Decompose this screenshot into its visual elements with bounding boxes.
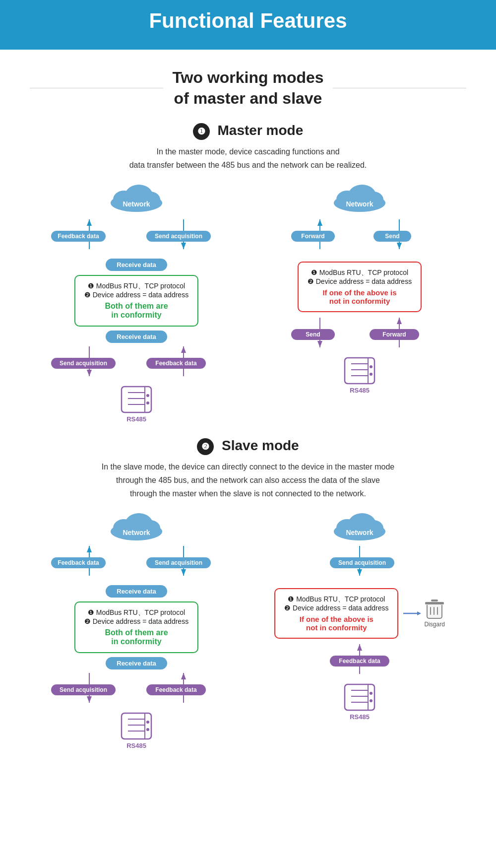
svg-point-104 xyxy=(370,692,372,695)
svg-marker-96 xyxy=(357,644,362,651)
slave-d2-rs485: RS485 xyxy=(342,683,377,721)
slave-d1-bottom-svg: Send acquisition Feedback data xyxy=(42,670,231,710)
svg-text:Forward: Forward xyxy=(382,331,406,338)
svg-point-105 xyxy=(370,699,372,702)
svg-text:Feedback data: Feedback data xyxy=(339,658,380,665)
discard-label: Disgard xyxy=(424,621,444,628)
slave-mode-title: ❷ Slave mode xyxy=(0,438,496,455)
svg-marker-36 xyxy=(397,243,402,249)
slave-d1-receive-top: Receive data xyxy=(106,585,167,598)
svg-point-82 xyxy=(146,721,149,724)
slave-diagrams-row: Network Feedback data Send acquisition R… xyxy=(0,509,496,749)
svg-marker-16 xyxy=(181,346,186,353)
slave-diagram-2: Network Send acquisition ❶ ModBus RTU、TC… xyxy=(253,509,466,749)
master-d1-top-svg: Feedback data Send acquisition xyxy=(42,217,231,257)
master-d1-rs485: RS485 xyxy=(119,386,154,423)
svg-text:Network: Network xyxy=(123,200,150,208)
svg-text:Feedback data: Feedback data xyxy=(155,360,197,367)
discard-group: Disgard xyxy=(402,600,444,628)
master-diagram-1: Network Feedback data Send acq xyxy=(30,181,243,423)
svg-point-83 xyxy=(146,728,149,731)
svg-marker-42 xyxy=(317,341,322,347)
svg-marker-64 xyxy=(181,569,186,576)
master-mode-section: ❶ Master mode In the master mode, device… xyxy=(0,123,496,423)
svg-text:Network: Network xyxy=(346,200,373,208)
master-diagram-2: Network Forward Send ❶ ModBus RTU、T xyxy=(253,181,466,423)
svg-marker-72 xyxy=(181,673,186,679)
svg-point-55 xyxy=(370,373,372,376)
svg-text:Network: Network xyxy=(346,529,373,536)
master-d1-bottom-svg: Send acquisition Feedback data xyxy=(42,344,231,384)
slave-d1-top-svg: Feedback data Send acquisition xyxy=(42,543,231,583)
svg-rect-21 xyxy=(122,387,151,412)
svg-text:Network: Network xyxy=(123,529,150,536)
main-section-title: Two working modes of master and slave xyxy=(0,67,496,109)
slave-d2-rs485-label: RS485 xyxy=(350,713,370,721)
svg-text:Forward: Forward xyxy=(301,233,324,240)
slave-d2-bottom-svg: Feedback data xyxy=(280,642,439,681)
slave-d1-cond-box: ❶ ModBus RTU、TCP protocol ❷ Device addre… xyxy=(74,601,198,653)
master-d2-cond-box: ❶ ModBus RTU、TCP protocol ❷ Device addre… xyxy=(298,262,422,312)
discard-icon: Disgard xyxy=(424,600,444,628)
svg-text:Send: Send xyxy=(306,331,320,338)
slave-mode-desc: In the slave mode, the device can direct… xyxy=(55,460,441,501)
svg-text:Feedback data: Feedback data xyxy=(155,686,197,693)
master-mode-title: ❶ Master mode xyxy=(0,123,496,140)
master-d2-top-svg: Forward Send xyxy=(280,217,439,257)
slave-d1-cloud: Network xyxy=(107,509,166,543)
header-triangle-decoration xyxy=(228,39,268,50)
slave-d2-cloud: Network xyxy=(330,509,389,543)
svg-text:Send acquisition: Send acquisition xyxy=(338,559,386,566)
svg-rect-49 xyxy=(345,358,374,384)
slave-diagram-1: Network Feedback data Send acquisition R… xyxy=(30,509,243,749)
svg-text:Send: Send xyxy=(385,233,399,240)
svg-marker-6 xyxy=(87,219,92,226)
header-banner: Functional Features xyxy=(0,0,496,50)
svg-marker-90 xyxy=(357,569,362,576)
master-diagrams-row: Network Feedback data Send acq xyxy=(0,181,496,423)
svg-rect-99 xyxy=(345,684,374,710)
master-d1-receive-top: Receive data xyxy=(106,259,167,271)
svg-marker-94 xyxy=(417,611,421,615)
svg-point-27 xyxy=(146,401,149,404)
svg-text:Send acquisition: Send acquisition xyxy=(155,559,202,566)
slave-d1-rs485-label: RS485 xyxy=(126,742,146,749)
header-title: Functional Features xyxy=(0,9,496,39)
svg-point-26 xyxy=(146,394,149,397)
svg-text:Send acquisition: Send acquisition xyxy=(60,686,107,693)
slave-d1-receive-bottom: Receive data xyxy=(106,657,167,669)
svg-marker-14 xyxy=(87,370,92,376)
slave-d1-rs485: RS485 xyxy=(119,712,154,749)
slave-mode-section: ❷ Slave mode In the slave mode, the devi… xyxy=(0,438,496,749)
master-d2-rs485: RS485 xyxy=(342,357,377,394)
svg-marker-70 xyxy=(87,696,92,703)
svg-marker-62 xyxy=(87,546,92,552)
svg-rect-77 xyxy=(122,713,151,739)
master-d2-rs485-label: RS485 xyxy=(350,387,370,394)
svg-point-54 xyxy=(370,365,372,368)
svg-marker-8 xyxy=(181,243,186,249)
svg-text:Send acquisition: Send acquisition xyxy=(155,233,202,240)
svg-text:Feedback data: Feedback data xyxy=(58,559,99,566)
master-d1-cloud: Network xyxy=(107,181,166,215)
master-d2-bottom-svg: Send Forward xyxy=(280,315,439,355)
slave-d2-cond-box: ❶ ModBus RTU、TCP protocol ❷ Device addre… xyxy=(274,588,398,639)
master-d1-receive-bottom: Receive data xyxy=(106,331,167,343)
master-d1-cond-box: ❶ ModBus RTU、TCP protocol ❷ Device addre… xyxy=(74,275,198,327)
master-mode-desc: In the master mode, device cascading fun… xyxy=(74,145,422,172)
slave-d2-top-svg: Send acquisition xyxy=(280,543,439,583)
svg-text:Send acquisition: Send acquisition xyxy=(60,360,107,367)
svg-text:Feedback data: Feedback data xyxy=(58,233,99,240)
svg-marker-44 xyxy=(397,318,402,324)
svg-marker-34 xyxy=(317,219,322,226)
master-d1-rs485-label: RS485 xyxy=(126,415,146,423)
master-d2-cloud: Network xyxy=(330,181,389,215)
